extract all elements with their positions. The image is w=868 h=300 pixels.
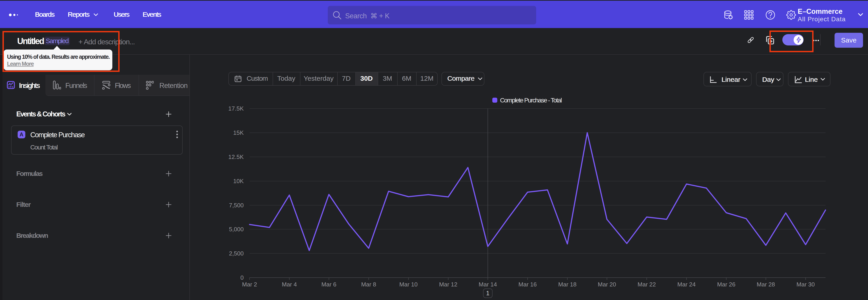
svg-text:Mar 30: Mar 30 bbox=[797, 281, 815, 288]
svg-text:Mar 22: Mar 22 bbox=[638, 281, 656, 288]
svg-text:Mar 28: Mar 28 bbox=[757, 281, 775, 288]
svg-text:2,500: 2,500 bbox=[229, 250, 244, 257]
svg-text:5,000: 5,000 bbox=[229, 226, 244, 233]
svg-text:Mar 8: Mar 8 bbox=[361, 281, 376, 288]
svg-text:Mar 6: Mar 6 bbox=[321, 281, 336, 288]
svg-text:7,500: 7,500 bbox=[229, 202, 244, 209]
svg-text:Mar 12: Mar 12 bbox=[439, 281, 458, 288]
svg-text:Mar 14: Mar 14 bbox=[479, 281, 497, 288]
svg-text:10K: 10K bbox=[233, 178, 244, 184]
svg-text:Mar 10: Mar 10 bbox=[399, 281, 418, 288]
svg-text:Mar 16: Mar 16 bbox=[519, 281, 537, 288]
svg-text:Mar 4: Mar 4 bbox=[282, 281, 297, 288]
svg-text:Mar 24: Mar 24 bbox=[677, 281, 696, 288]
svg-text:Mar 2: Mar 2 bbox=[242, 281, 257, 288]
svg-text:12.5K: 12.5K bbox=[228, 153, 244, 160]
svg-text:1: 1 bbox=[486, 290, 489, 297]
svg-text:Mar 20: Mar 20 bbox=[598, 281, 616, 288]
svg-text:Mar 26: Mar 26 bbox=[717, 281, 736, 288]
svg-text:Mar 18: Mar 18 bbox=[558, 281, 577, 288]
svg-text:Complete Purchase - Total: Complete Purchase - Total bbox=[500, 97, 562, 104]
svg-text:0: 0 bbox=[241, 274, 244, 281]
svg-text:15K: 15K bbox=[233, 129, 244, 136]
svg-text:17.5K: 17.5K bbox=[228, 105, 244, 112]
